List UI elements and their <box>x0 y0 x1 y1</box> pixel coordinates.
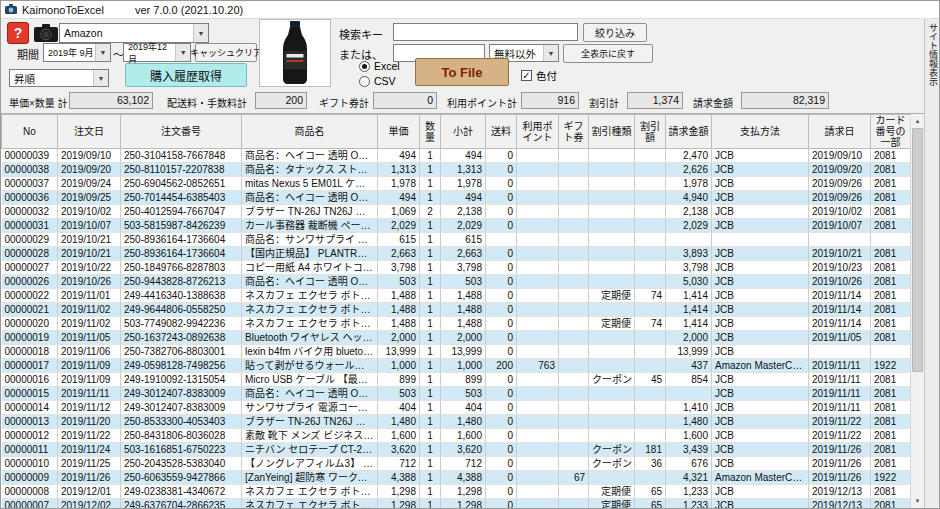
table-row[interactable]: 000000152019/11/11249-3012407-8383009商品名… <box>2 387 911 401</box>
column-header[interactable]: No <box>2 115 58 149</box>
table-row[interactable]: 000000092019/11/26250-6063559-9427866[Za… <box>2 471 911 485</box>
sum-shipping-value: 200 <box>255 92 307 109</box>
table-row[interactable]: 000000112019/11/24503-1616851-6750223ニチバ… <box>2 443 911 457</box>
search-key-label: 検索キー <box>339 26 383 42</box>
column-header[interactable]: 注文日 <box>58 115 121 149</box>
column-header[interactable]: 請求金額 <box>666 115 712 149</box>
table-cell: 0 <box>486 289 517 303</box>
table-row[interactable]: 000000142019/11/12249-3012407-8383009サンワ… <box>2 401 911 415</box>
column-header[interactable]: 小計 <box>441 115 486 149</box>
table-row[interactable]: 000000122019/11/22250-8431806-8036028素敵 … <box>2 429 911 443</box>
site-info-toggle[interactable]: サイト情報表示 <box>924 19 939 508</box>
table-cell: 1 <box>420 331 441 345</box>
table-cell: 249-3012407-8383009 <box>121 387 242 401</box>
table-row[interactable]: 000000362019/09/25250-7014454-6385403商品名… <box>2 191 911 205</box>
table-cell: 899 <box>441 373 486 387</box>
table-cell: 2081 <box>871 415 911 429</box>
table-cell <box>517 233 559 247</box>
column-header[interactable]: 支払方法 <box>712 115 809 149</box>
table-cell: 1,414 <box>666 317 712 331</box>
column-header[interactable]: 割引額 <box>635 115 666 149</box>
column-header[interactable]: 利用ポイント <box>517 115 559 149</box>
column-header[interactable]: 送料 <box>486 115 517 149</box>
column-header[interactable]: 商品名 <box>242 115 378 149</box>
scroll-up-icon[interactable]: ▲ <box>911 114 924 128</box>
table-row[interactable]: 000000102019/11/25250-2043528-5383040【ノン… <box>2 457 911 471</box>
sort-order-select[interactable]: 昇順 ▼ <box>9 69 109 87</box>
table-cell: JCB <box>712 303 809 317</box>
table-cell <box>559 387 589 401</box>
cache-clear-button[interactable]: キャッシュクリア <box>195 43 257 62</box>
table-cell: 1,298 <box>378 499 420 509</box>
color-checkbox[interactable]: ✓ 色付 <box>521 68 557 83</box>
table-cell: 3,439 <box>666 443 712 457</box>
column-header[interactable]: 数量 <box>420 115 441 149</box>
table-cell: 249-1910092-1315054 <box>121 373 242 387</box>
column-header[interactable]: 割引種類 <box>589 115 635 149</box>
table-cell: 250-8936164-1736604 <box>121 247 242 261</box>
table-row[interactable]: 000000132019/11/20250-8533300-4053403ブラザ… <box>2 415 911 429</box>
table-cell <box>589 359 635 373</box>
table-row[interactable]: 000000162019/11/09249-1910092-1315054Mic… <box>2 373 911 387</box>
table-row[interactable]: 000000322019/10/02250-4012594-7667047ブラザ… <box>2 205 911 219</box>
table-cell: 1 <box>420 275 441 289</box>
radio-excel[interactable]: Excel <box>359 60 400 72</box>
column-header[interactable]: ギフト券 <box>559 115 589 149</box>
table-cell: 250-2043528-5383040 <box>121 457 242 471</box>
table-row[interactable]: 000000312019/10/07503-5815987-8426239カール… <box>2 219 911 233</box>
table-row[interactable]: 000000272019/10/22250-1849766-8287803コピー… <box>2 261 911 275</box>
period-from-select[interactable]: 2019年 9月 ▼ <box>43 43 111 62</box>
table-cell <box>635 205 666 219</box>
help-button[interactable]: ? <box>7 22 29 44</box>
scrollbar-thumb[interactable] <box>912 128 923 372</box>
table-row[interactable]: 000000292019/10/21250-8936164-1736604商品名… <box>2 233 911 247</box>
table-cell: JCB <box>712 261 809 275</box>
table-cell <box>517 317 559 331</box>
fetch-history-button[interactable]: 購入履歴取得 <box>125 63 247 87</box>
table-row[interactable]: 000000282019/10/21250-8936164-1736604【国内… <box>2 247 911 261</box>
table-row[interactable]: 000000192019/11/05250-1637243-0892638Blu… <box>2 331 911 345</box>
table-row[interactable]: 000000392019/09/10250-3104158-7667848商品名… <box>2 149 911 163</box>
table-cell: 00000013 <box>2 415 58 429</box>
table-row[interactable]: 000000082019/12/01249-0238381-4340672ネスカ… <box>2 485 911 499</box>
table-cell: 2019/11/05 <box>809 331 871 345</box>
table-row[interactable]: 000000072019/12/02249-6376704-2866235ネスカ… <box>2 499 911 509</box>
filter-button[interactable]: 絞り込み <box>583 23 647 42</box>
to-file-button[interactable]: To File <box>415 58 509 86</box>
column-header[interactable]: 注文番号 <box>121 115 242 149</box>
table-row[interactable]: 000000222019/11/01249-4416340-1388638ネスカ… <box>2 289 911 303</box>
show-all-button[interactable]: 全表示に戻す <box>563 44 653 63</box>
table-cell: ネスカフェ エクセラ ボトルコーヒー 無... <box>242 303 378 317</box>
table-cell: 250-7014454-6385403 <box>121 191 242 205</box>
vertical-scrollbar[interactable]: ▲ ▼ <box>910 114 924 508</box>
table-cell: lexin b4fm バイク用 bluetoothインカ... <box>242 345 378 359</box>
radio-csv[interactable]: CSV <box>359 75 396 87</box>
table-row[interactable]: 000000182019/11/06250-7382706-8803001lex… <box>2 345 911 359</box>
app-window: KaimonoToExcel ver 7.0.0 (2021.10.20) ? … <box>0 0 940 509</box>
table-cell: 181 <box>635 443 666 457</box>
table-cell: 712 <box>441 457 486 471</box>
sum-shipping-label: 配送料・手数料計 <box>167 95 247 110</box>
column-header[interactable]: 単価 <box>378 115 420 149</box>
search-input[interactable] <box>393 23 578 41</box>
table-row[interactable]: 000000212019/11/02249-9644806-0558250ネスカ… <box>2 303 911 317</box>
table-cell: 2019/09/26 <box>809 177 871 191</box>
table-cell: 200 <box>486 359 517 373</box>
table-cell: 1,000 <box>378 359 420 373</box>
table-cell: 0 <box>486 149 517 163</box>
table-cell <box>559 443 589 457</box>
column-header[interactable]: カード番号の一部 <box>871 115 911 149</box>
table-row[interactable]: 000000382019/09/20250-8110157-2207838商品名… <box>2 163 911 177</box>
table-row[interactable]: 000000372019/09/24250-6904562-0852651mit… <box>2 177 911 191</box>
column-header[interactable]: 請求日 <box>809 115 871 149</box>
table-row[interactable]: 000000202019/11/02503-7749082-9942236ネスカ… <box>2 317 911 331</box>
table-cell: 2081 <box>871 247 911 261</box>
table-row[interactable]: 000000172019/11/09249-0598128-7498256貼って… <box>2 359 911 373</box>
scroll-down-icon[interactable]: ▼ <box>911 494 924 508</box>
chevron-down-icon: ▼ <box>95 44 110 61</box>
table-row[interactable]: 000000262019/10/26250-9443828-8726213商品名… <box>2 275 911 289</box>
table-cell: 1 <box>420 317 441 331</box>
table-cell: 615 <box>441 233 486 247</box>
period-to-select[interactable]: 2019年12月 ▼ <box>123 43 191 62</box>
table-cell: 2019/11/14 <box>809 289 871 303</box>
